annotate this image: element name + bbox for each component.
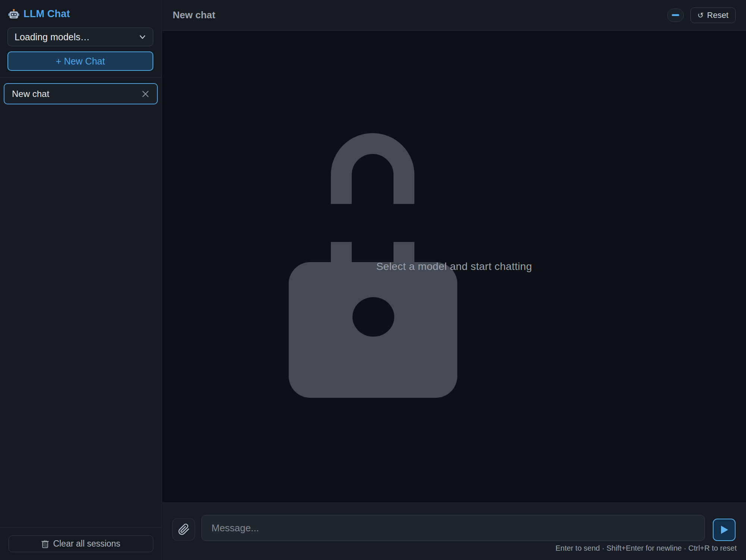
close-icon[interactable] xyxy=(141,89,150,99)
session-item-new-chat[interactable]: New chat xyxy=(4,83,158,104)
session-list: New chat xyxy=(0,77,162,110)
message-input[interactable] xyxy=(201,515,705,541)
session-label: New chat xyxy=(12,89,141,99)
new-chat-button[interactable]: + New Chat xyxy=(7,51,153,71)
sidebar-header: LLM Chat Loading models… + New Chat xyxy=(0,0,162,78)
reset-button-label: Reset xyxy=(707,10,728,20)
play-icon xyxy=(720,525,729,535)
minus-icon xyxy=(672,14,679,16)
model-select[interactable]: Loading models… xyxy=(7,28,153,46)
send-button[interactable] xyxy=(713,519,736,541)
app-title: LLM Chat xyxy=(23,8,70,20)
chat-message-area: Select a model and start chatting xyxy=(162,31,746,503)
robot-icon xyxy=(8,9,19,20)
clear-all-sessions-button[interactable]: Clear all sessions xyxy=(9,535,153,552)
trash-icon xyxy=(41,539,49,548)
chat-title: New chat xyxy=(173,9,215,21)
composer-hint: Enter to send · Shift+Enter for newline … xyxy=(555,544,737,553)
clear-all-sessions-label: Clear all sessions xyxy=(53,539,120,549)
sidebar-footer: Clear all sessions xyxy=(0,527,162,560)
chat-header: New chat ↺ Reset xyxy=(162,0,746,31)
app-title-row: LLM Chat xyxy=(8,8,70,20)
chevron-down-icon xyxy=(138,32,147,41)
paperclip-icon xyxy=(178,523,190,535)
reset-button[interactable]: ↺ Reset xyxy=(690,7,736,23)
model-select-value: Loading models… xyxy=(15,32,90,43)
new-chat-button-label: + New Chat xyxy=(56,56,105,67)
composer-bar: Enter to send · Shift+Enter for newline … xyxy=(162,503,746,560)
empty-state-message: Select a model and start chatting xyxy=(162,261,746,273)
main-panel: New chat ↺ Reset Select a model and star… xyxy=(162,0,746,560)
counterclockwise-arrow-icon: ↺ xyxy=(698,11,704,20)
minimize-button[interactable] xyxy=(667,9,684,22)
attach-button[interactable] xyxy=(172,518,195,541)
sidebar: LLM Chat Loading models… + New Chat New … xyxy=(0,0,162,560)
